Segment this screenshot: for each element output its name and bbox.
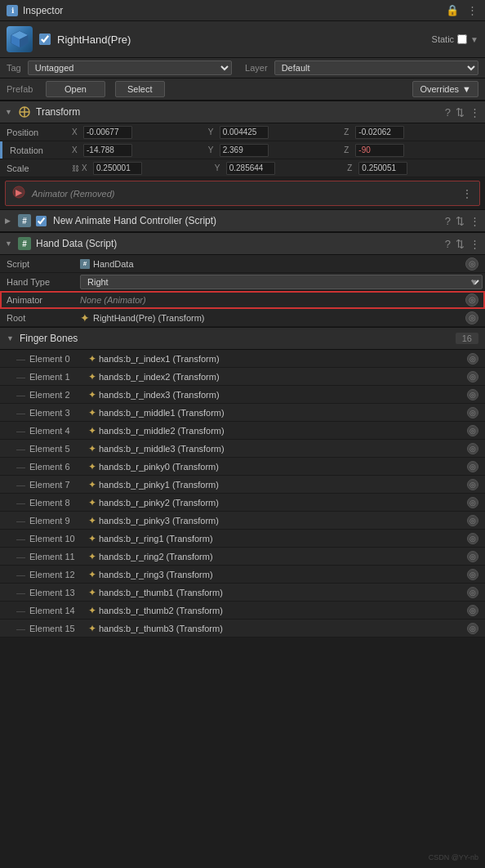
title-bar: ℹ Inspector 🔒 ⋮ — [0, 0, 485, 21]
object-enabled-checkbox[interactable] — [39, 34, 51, 45]
hds-hash-icon: # — [18, 237, 31, 250]
ahc-settings-icon[interactable]: ⇅ — [456, 215, 465, 227]
inspector-title: Inspector — [23, 5, 63, 16]
ahc-enabled-checkbox[interactable] — [36, 216, 47, 226]
prefab-overrides-button[interactable]: Overrides ▼ — [412, 81, 478, 97]
elem-label-0: Element 0 — [29, 354, 88, 364]
scale-z-input[interactable] — [358, 162, 407, 175]
elem-transform-icon: ✦ — [88, 605, 96, 616]
elem-dot-button-13[interactable]: ◎ — [467, 587, 478, 598]
hds-menu-icon[interactable]: ⋮ — [469, 238, 480, 250]
elem-dash: — — [16, 354, 29, 364]
elem-value-1: ✦ hands:b_r_index2 (Transform) — [88, 371, 467, 383]
elem-dash: — — [16, 570, 29, 579]
position-z-input[interactable] — [355, 126, 404, 139]
transform-collapse-arrow[interactable]: ▼ — [5, 108, 13, 116]
transform-help-icon[interactable]: ? — [445, 106, 451, 119]
elem-dot-button-8[interactable]: ◎ — [467, 497, 478, 508]
elem-dot-button-12[interactable]: ◎ — [467, 569, 478, 580]
elem-dot-button-1[interactable]: ◎ — [467, 371, 478, 383]
rotation-x-input[interactable] — [83, 144, 132, 157]
element-row: — Element 15 ✦ hands:b_r_thumb3 (Transfo… — [0, 620, 485, 638]
element-row: — Element 13 ✦ hands:b_r_thumb1 (Transfo… — [0, 584, 485, 602]
tag-select[interactable]: Untagged — [28, 60, 232, 75]
rotation-accent — [0, 141, 2, 159]
hand-type-select[interactable]: Right — [80, 275, 483, 289]
overrides-arrow-icon: ▼ — [462, 84, 471, 94]
menu-icon[interactable]: ⋮ — [465, 4, 478, 17]
animate-hand-controller-header[interactable]: ▶ # New Animate Hand Controller (Script)… — [0, 209, 485, 232]
animator-removed-component: ▶ Animator (Removed) ⋮ — [5, 181, 480, 206]
position-label: Position — [7, 128, 72, 137]
element-row: — Element 12 ✦ hands:b_r_ring3 (Transfor… — [0, 566, 485, 584]
scale-y-input[interactable] — [226, 162, 275, 175]
lock-icon[interactable]: 🔒 — [446, 4, 459, 17]
element-row: — Element 0 ✦ hands:b_r_index1 (Transfor… — [0, 350, 485, 368]
hand-data-script-header[interactable]: ▼ # Hand Data (Script) ? ⇅ ⋮ — [0, 232, 485, 255]
hds-help-icon[interactable]: ? — [445, 238, 451, 250]
elem-dash: — — [16, 426, 29, 436]
elem-dot-button-14[interactable]: ◎ — [467, 605, 478, 616]
elem-label-7: Element 7 — [29, 480, 88, 490]
element-row: — Element 11 ✦ hands:b_r_ring2 (Transfor… — [0, 548, 485, 566]
hds-settings-icon[interactable]: ⇅ — [456, 238, 465, 250]
elem-dash: — — [16, 498, 29, 508]
prefab-open-button[interactable]: Open — [46, 81, 105, 97]
animator-target-button[interactable]: ◎ — [465, 293, 478, 306]
elem-value-12: ✦ hands:b_r_ring3 (Transform) — [88, 569, 467, 580]
scale-x-input[interactable] — [93, 162, 142, 175]
rotation-z-input[interactable] — [355, 144, 404, 157]
ahc-hash-icon: # — [18, 214, 31, 227]
ahc-help-icon[interactable]: ? — [445, 215, 451, 227]
elem-label-5: Element 5 — [29, 444, 88, 454]
elem-transform-icon: ✦ — [88, 371, 96, 383]
elem-value-0: ✦ hands:b_r_index1 (Transform) — [88, 353, 467, 365]
hds-collapse-arrow[interactable]: ▼ — [5, 239, 13, 248]
ahc-collapse-arrow[interactable]: ▶ — [5, 217, 13, 225]
prefab-select-button[interactable]: Select — [115, 81, 165, 97]
position-x-input[interactable] — [83, 126, 132, 139]
static-checkbox[interactable] — [457, 34, 467, 44]
elem-dot-button-11[interactable]: ◎ — [467, 551, 478, 562]
elem-dot-button-5[interactable]: ◎ — [467, 443, 478, 454]
finger-bones-arrow[interactable]: ▼ — [7, 334, 15, 342]
element-row: — Element 8 ✦ hands:b_r_pinky2 (Transfor… — [0, 494, 485, 512]
rotation-y-input[interactable] — [220, 144, 269, 157]
element-row: — Element 9 ✦ hands:b_r_pinky3 (Transfor… — [0, 512, 485, 530]
position-y-input[interactable] — [220, 126, 269, 139]
ahc-menu-icon[interactable]: ⋮ — [469, 215, 480, 227]
animator-removed-text: Animator (Removed) — [32, 189, 114, 199]
element-row: — Element 6 ✦ hands:b_r_pinky0 (Transfor… — [0, 458, 485, 476]
elem-label-14: Element 14 — [29, 606, 88, 615]
elem-dash: — — [16, 534, 29, 544]
layer-select[interactable]: Default — [274, 60, 478, 75]
elem-dot-button-2[interactable]: ◎ — [467, 389, 478, 400]
transform-settings-icon[interactable]: ⇅ — [456, 106, 465, 119]
finger-bones-header[interactable]: ▼ Finger Bones 16 — [0, 327, 485, 350]
scale-y-item: Y — [215, 162, 346, 175]
title-bar-left: ℹ Inspector — [7, 5, 63, 16]
elem-dot-button-3[interactable]: ◎ — [467, 407, 478, 418]
elem-dot-button-7[interactable]: ◎ — [467, 479, 478, 490]
root-target-button[interactable]: ◎ — [465, 311, 478, 324]
elem-value-15: ✦ hands:b_r_thumb3 (Transform) — [88, 623, 467, 634]
elem-value-2: ✦ hands:b_r_index3 (Transform) — [88, 389, 467, 400]
script-target-button[interactable]: ◎ — [465, 257, 478, 271]
elem-dot-button-15[interactable]: ◎ — [467, 623, 478, 634]
scale-row: Scale ⛓ X Y Z — [0, 159, 485, 177]
elem-value-13: ✦ hands:b_r_thumb1 (Transform) — [88, 587, 467, 598]
elem-label-10: Element 10 — [29, 534, 88, 544]
elem-dot-button-0[interactable]: ◎ — [467, 353, 478, 365]
transform-menu-icon[interactable]: ⋮ — [469, 106, 480, 119]
elem-dot-button-10[interactable]: ◎ — [467, 533, 478, 544]
elem-dot-button-6[interactable]: ◎ — [467, 461, 478, 472]
elem-dot-button-9[interactable]: ◎ — [467, 515, 478, 526]
elem-label-12: Element 12 — [29, 570, 88, 579]
transform-section-header[interactable]: ▼ Transform ? ⇅ ⋮ — [0, 101, 485, 123]
root-transform-icon: ✦ — [80, 311, 90, 324]
animator-removed-menu-icon[interactable]: ⋮ — [461, 187, 473, 200]
elem-dot-button-4[interactable]: ◎ — [467, 425, 478, 436]
animator-removed-icon: ▶ — [12, 186, 25, 201]
position-xyz: X Y Z — [72, 126, 478, 139]
static-dropdown-arrow[interactable]: ▼ — [470, 35, 478, 44]
